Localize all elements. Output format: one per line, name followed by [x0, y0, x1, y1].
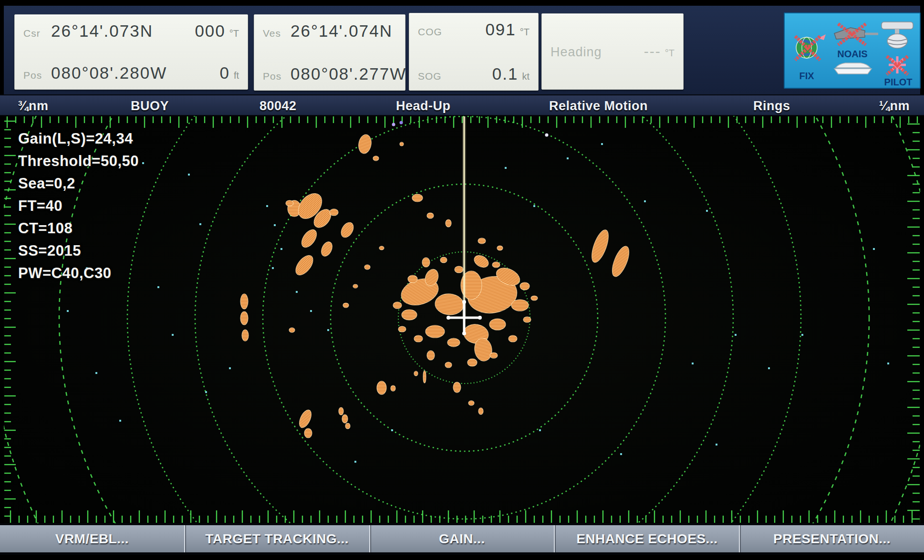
- sog-value: 0.1: [492, 64, 519, 83]
- heading-label: Heading: [550, 45, 602, 60]
- no-ais-icon-label: NOAIS: [837, 49, 867, 59]
- cursor-bearing: 000: [195, 21, 225, 41]
- boat-icon[interactable]: [834, 63, 872, 74]
- vessel-position-panel: Ves 26°14'.074N Pos 080°08'.277W: [254, 14, 405, 91]
- pw-readout: PW=C40,C30: [18, 262, 139, 284]
- ft-readout: FT=40: [18, 195, 139, 217]
- radar-ppi-display[interactable]: Gain(L,S)=24,34 Threshold=50,50 Sea=0,2 …: [4, 116, 920, 523]
- vrm-ebl-button[interactable]: VRM/EBL...: [0, 525, 184, 552]
- range-readout[interactable]: ¾nm: [18, 99, 49, 114]
- cog-value: 091: [485, 20, 516, 39]
- cursor-depth: 0: [219, 63, 229, 83]
- ss-readout: SS=2015: [18, 239, 139, 262]
- orientation-mode[interactable]: Head-Up: [396, 99, 451, 114]
- cursor-position-panel: Csr 26°14'.073N 000 °T Pos 080°08'.280W …: [14, 14, 248, 90]
- sog-unit: kt: [522, 71, 529, 82]
- sog-label: SOG: [418, 71, 446, 82]
- vessel-longitude: 080°08'.277W: [291, 64, 406, 83]
- threshold-readout: Threshold=50,50: [18, 150, 139, 172]
- rings-label[interactable]: Rings: [753, 99, 790, 114]
- sea-readout: Sea=0,2: [18, 172, 139, 195]
- target-tracking-button[interactable]: TARGET TRACKING...: [184, 525, 369, 552]
- enhance-echoes-button[interactable]: ENHANCE ECHOES...: [554, 525, 739, 552]
- heading-value: ---: [644, 43, 661, 60]
- nav-aid-id[interactable]: 80042: [260, 99, 297, 114]
- cog-label: COG: [418, 26, 446, 38]
- gain-button[interactable]: GAIN...: [369, 525, 554, 552]
- no-ais-icon[interactable]: [834, 24, 878, 45]
- heading-unit: °T: [665, 48, 675, 59]
- nav-status-icon-panel: FIX NOAIS: [784, 12, 921, 89]
- ring-interval-readout[interactable]: ¼nm: [879, 99, 910, 114]
- cog-unit: °T: [520, 27, 529, 38]
- cursor-pos-label: Pos: [23, 70, 51, 81]
- cursor-longitude: 080°08'.280W: [51, 63, 167, 83]
- cursor-bearing-unit: °T: [229, 28, 239, 39]
- presentation-button[interactable]: PRESENTATION...: [739, 525, 924, 552]
- pilot-icon[interactable]: [887, 56, 908, 74]
- radar-canvas[interactable]: [4, 116, 920, 523]
- pilot-icon-label: PILOT: [884, 77, 913, 87]
- gain-readout: Gain(L,S)=24,34: [18, 127, 139, 150]
- windlass-icon[interactable]: [882, 22, 913, 48]
- ct-readout: CT=108: [18, 217, 139, 239]
- cursor-depth-unit: ft: [234, 70, 239, 81]
- fix-icon-label: FIX: [799, 71, 814, 81]
- softkey-menu-bar: VRM/EBL... TARGET TRACKING... GAIN... EN…: [0, 523, 924, 555]
- cog-sog-panel: COG 091 °T SOG 0.1 kt: [409, 13, 539, 91]
- cursor-label: Csr: [23, 28, 51, 39]
- vessel-latitude: 26°14'.074N: [291, 21, 393, 41]
- radar-setup-readout: Gain(L,S)=24,34 Threshold=50,50 Sea=0,2 …: [18, 127, 139, 284]
- radar-echoes: [240, 134, 633, 438]
- motion-mode[interactable]: Relative Motion: [549, 99, 648, 114]
- cursor-latitude: 26°14'.073N: [51, 21, 153, 41]
- nav-aid-type[interactable]: BUOY: [131, 99, 169, 114]
- vessel-label: Ves: [263, 28, 291, 39]
- range-rings: [4, 116, 920, 523]
- fix-icon[interactable]: [795, 34, 826, 60]
- vessel-pos-label: Pos: [263, 71, 291, 82]
- top-data-bar: Csr 26°14'.073N 000 °T Pos 080°08'.280W …: [4, 6, 920, 94]
- radar-status-bar: ¾nm BUOY 80042 Head-Up Relative Motion R…: [0, 94, 924, 116]
- heading-panel: Heading --- °T: [541, 13, 684, 90]
